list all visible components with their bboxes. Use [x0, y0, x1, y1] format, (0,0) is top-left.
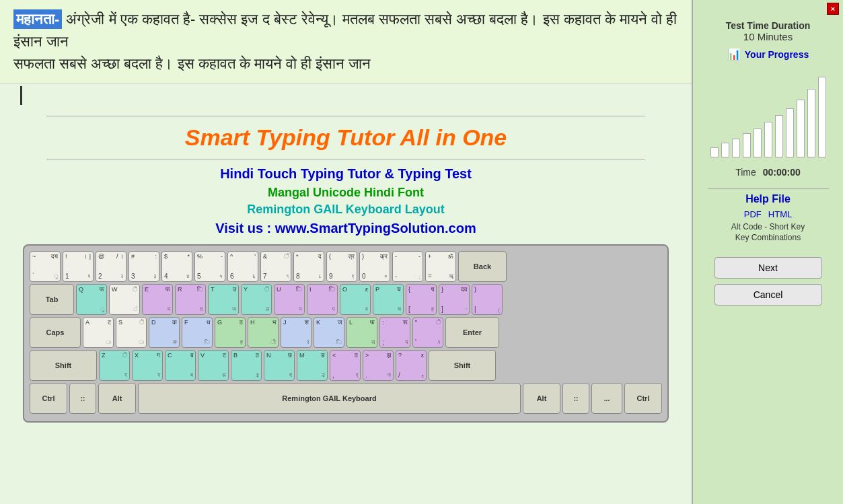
chart-bar: [786, 108, 794, 157]
key-equals[interactable]: +ॐ =ॠ: [425, 251, 456, 282]
cursor: [20, 86, 22, 105]
divider-top: [46, 116, 645, 116]
key-i[interactable]: Iि प: [307, 284, 338, 315]
close-button[interactable]: ×: [827, 3, 839, 15]
subtitle-font: Mangal Unicode Hindi Font: [268, 186, 424, 200]
key-d[interactable]: Dक क: [149, 317, 180, 348]
subtitle-hindi-typing: Hindi Touch Typing Tutor & Typing Test: [220, 166, 472, 182]
key-tab[interactable]: Tab: [30, 284, 74, 315]
key-z[interactable]: Zॆ ग: [99, 350, 130, 381]
key-backslash[interactable]: ) |(: [472, 284, 503, 315]
key-e[interactable]: Eफ म: [142, 284, 173, 315]
key-backspace[interactable]: Back: [458, 251, 507, 282]
key-v[interactable]: Vट अ: [198, 350, 229, 381]
progress-label: 📊 Your Progress: [727, 48, 809, 61]
html-link[interactable]: HTML: [768, 209, 792, 219]
key-n[interactable]: Nछ द: [264, 350, 295, 381]
kb-row-4: Shift Zॆ ग Xग ग Cब ब Vट अ: [30, 350, 662, 381]
key-comma[interactable]: <ठ ,ए: [330, 350, 361, 381]
chart-bar: [710, 147, 719, 157]
key-q[interactable]: Qफ ु: [76, 284, 107, 315]
key-shift-right[interactable]: Shift: [429, 350, 496, 381]
key-k[interactable]: Kज ि: [314, 317, 344, 348]
key-r[interactable]: Rि त: [175, 284, 206, 315]
key-bracket-open[interactable]: {ष [ह: [406, 284, 437, 315]
test-time-value: 10 Minutes: [743, 31, 793, 42]
bar-chart-icon: 📊: [727, 48, 741, 61]
key-period[interactable]: >झ .ण: [363, 350, 394, 381]
key-f[interactable]: Fध ि: [182, 317, 213, 348]
key-a[interactable]: Aट ः: [83, 317, 114, 348]
kb-row-3: Caps Aट ः Sॆ ः Dक क Fध ि: [30, 317, 662, 348]
key-c[interactable]: Cब ब: [165, 350, 196, 381]
time-value: 00:00:00: [763, 167, 801, 178]
help-links: PDF HTML: [744, 209, 792, 219]
key-minus[interactable]: -- -;: [392, 251, 423, 282]
time-display: Time 00:00:00: [735, 167, 801, 178]
sidebar-divider: [708, 188, 829, 189]
key-ctrl-left[interactable]: Ctrl: [30, 383, 67, 414]
key-space[interactable]: Remington GAIL Keyboard: [138, 383, 521, 414]
key-alt-left[interactable]: Alt: [98, 383, 136, 414]
key-menu[interactable]: ...: [591, 383, 622, 414]
key-enter[interactable]: Enter: [445, 317, 499, 348]
key-semicolon[interactable]: :रू ;य: [379, 317, 410, 348]
chart-bar: [797, 100, 805, 157]
pdf-link[interactable]: PDF: [744, 209, 762, 219]
cancel-button[interactable]: Cancel: [714, 284, 822, 305]
chart-bar: [743, 133, 751, 157]
key-h[interactable]: Hभ ी: [248, 317, 279, 348]
key-ctrl-right[interactable]: Ctrl: [624, 383, 662, 414]
key-0[interactable]: )क्र 0०: [359, 251, 390, 282]
subtitle-website: Visit us : www.SmartTypingSolution.com: [215, 221, 476, 236]
chart-bar: [807, 89, 815, 157]
next-button[interactable]: Next: [714, 257, 822, 279]
chart-bar: [754, 129, 762, 157]
chart-bar: [732, 139, 740, 157]
text-passage: महानता- अंग्रेजी में एक कहावत है- सक्सेस…: [0, 0, 692, 83]
key-u[interactable]: Uि न: [274, 284, 305, 315]
keyboard: ~दय `ृ !। | 1१ @/ । 2२ #: 3३ $* 4४: [23, 244, 669, 423]
key-w[interactable]: Wॆ ं: [109, 284, 140, 315]
key-b[interactable]: Bठ इ: [231, 350, 262, 381]
key-y[interactable]: Yॆ ल: [241, 284, 272, 315]
progress-chart: [708, 66, 829, 160]
key-6[interactable]: ^' 6६: [227, 251, 258, 282]
key-l[interactable]: Lफ स: [346, 317, 377, 348]
passage-line2: सफलता सबसे अच्छा बदला है। इस कहावत के मा…: [13, 55, 371, 72]
key-slash[interactable]: ?ε /ε: [396, 350, 427, 381]
key-caps[interactable]: Caps: [30, 317, 81, 348]
key-tilde[interactable]: ~दय `ृ: [30, 251, 61, 282]
key-win[interactable]: ::: [69, 383, 96, 414]
passage-text: अंग्रेजी में एक कहावत है- सक्सेस इज द बे…: [13, 11, 677, 50]
highlighted-word: महानता-: [13, 9, 62, 29]
key-alt-right[interactable]: Alt: [523, 383, 560, 414]
key-x[interactable]: Xग ग: [132, 350, 163, 381]
key-4[interactable]: $* 4४: [161, 251, 192, 282]
key-8[interactable]: *द 8८: [293, 251, 324, 282]
divider-bottom: [46, 159, 645, 159]
content-area: Smart Typing Tutor All in One Hindi Touc…: [0, 105, 692, 504]
key-t[interactable]: Tउ ज: [208, 284, 239, 315]
key-g[interactable]: Gठ ह: [215, 317, 246, 348]
key-quote[interactable]: "ॆ '१: [412, 317, 443, 348]
key-p[interactable]: Pच च: [373, 284, 404, 315]
key-s[interactable]: Sॆ ः: [116, 317, 147, 348]
key-m[interactable]: Mड उ: [297, 350, 328, 381]
key-2[interactable]: @/ । 2२: [96, 251, 126, 282]
key-3[interactable]: #: 3३: [129, 251, 159, 282]
key-shift-left[interactable]: Shift: [30, 350, 97, 381]
chart-bar: [764, 122, 772, 157]
key-1[interactable]: !। | 1१: [63, 251, 94, 282]
kb-row-1: ~दय `ृ !। | 1१ @/ । 2२ #: 3३ $* 4४: [30, 251, 662, 282]
key-9[interactable]: (त्र 9९: [326, 251, 357, 282]
key-bracket-close[interactable]: }दव ]': [439, 284, 470, 315]
key-7[interactable]: &ॅ 7ৎ: [260, 251, 291, 282]
key-o[interactable]: Oε व: [340, 284, 371, 315]
help-file-title: Help File: [745, 193, 791, 205]
subtitle-keyboard: Remington GAIL Keyboard Layout: [247, 203, 445, 217]
kb-row-2: Tab Qफ ु Wॆ ं Eफ म Rि त: [30, 284, 662, 315]
key-win-right[interactable]: ::: [562, 383, 589, 414]
key-5[interactable]: %- 5५: [194, 251, 225, 282]
key-j[interactable]: Jश र: [281, 317, 311, 348]
